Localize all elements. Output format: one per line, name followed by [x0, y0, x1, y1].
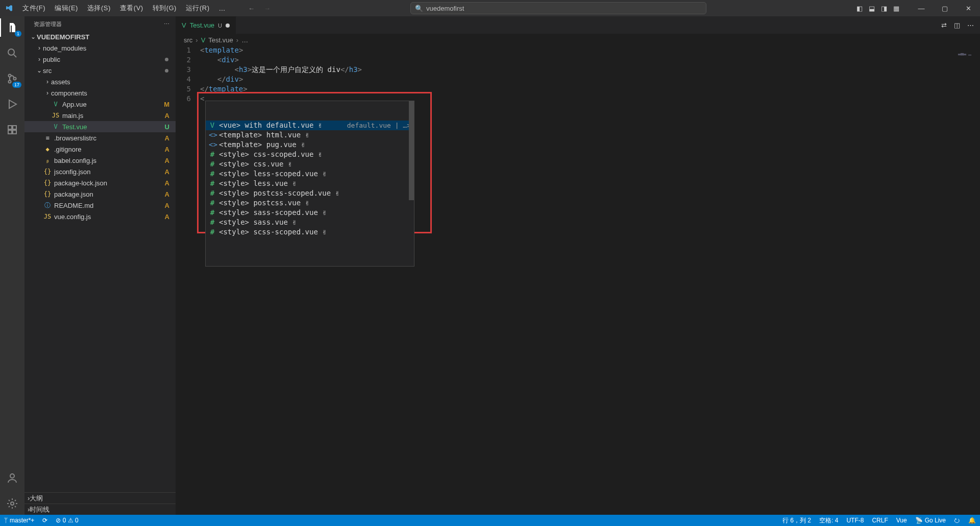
nav-back-icon[interactable]: ← — [248, 5, 255, 12]
tree-file[interactable]: ⓘREADME.mdA — [24, 200, 176, 211]
svg-point-2 — [9, 81, 11, 83]
activity-settings[interactable] — [5, 496, 19, 511]
tree-file[interactable]: ᵦbabel.config.jsA — [24, 155, 176, 166]
editor[interactable]: 1 2 3 4 5 6 <template> <div> <h3>这是一个用户自… — [176, 45, 980, 515]
layout-panel-bottom-icon[interactable]: ⬓ — [869, 5, 875, 12]
suggest-item[interactable]: #<style> sass.vue ✌ — [206, 218, 414, 227]
code-area[interactable]: <template> <div> <h3>这是一个用户自定义的 div</h3>… — [200, 45, 980, 515]
status-feedback[interactable]: ⭮ — [950, 515, 964, 526]
tree-folder[interactable]: ›assets — [24, 76, 176, 87]
dirty-dot-icon — [226, 23, 230, 28]
git-status-badge: A — [165, 179, 169, 187]
status-bell[interactable]: 🔔 — [964, 515, 980, 526]
vscode-icon — [5, 4, 13, 12]
nav-forward-icon[interactable]: → — [264, 5, 271, 12]
menu-edit[interactable]: 编辑(E) — [51, 2, 82, 15]
nav-arrows: ← → — [248, 5, 271, 12]
tree-item-label: package-lock.json — [54, 179, 176, 187]
git-status-badge: A — [165, 112, 169, 119]
status-eol[interactable]: CRLF — [868, 515, 892, 526]
suggest-label: <template> pug.vue ✌ — [219, 140, 411, 150]
tree-file[interactable]: {}jsconfig.jsonA — [24, 166, 176, 177]
activity-account[interactable] — [5, 471, 19, 485]
tree-root[interactable]: ⌄ VUEDEMOFIRST — [24, 31, 176, 42]
suggest-label: <style> postcss-scoped.vue ✌ — [219, 188, 411, 198]
tree-folder[interactable]: ›node_modules — [24, 42, 176, 54]
suggest-item[interactable]: <><template> html.vue ✌ — [206, 130, 414, 140]
status-branch[interactable]: ᛘ master*+ — [0, 515, 38, 526]
suggest-item[interactable]: #<style> postcss-scoped.vue ✌ — [206, 188, 414, 198]
tree-file[interactable]: VApp.vueM — [24, 99, 176, 110]
git-status-badge: A — [165, 213, 169, 221]
command-center[interactable]: 🔍 vuedemofirst — [410, 2, 706, 14]
activity-run-debug[interactable] — [5, 97, 19, 111]
compare-changes-icon[interactable]: ⇄ — [941, 21, 947, 29]
tree-item-label: public — [43, 56, 176, 63]
menu-goto[interactable]: 转到(G) — [149, 2, 181, 15]
vue-icon: V — [201, 36, 206, 44]
suggest-item[interactable]: #<style> scss-scoped.vue ✌ — [206, 227, 414, 237]
suggest-item[interactable]: <><template> pug.vue ✌ — [206, 140, 414, 150]
statusbar: ᛘ master*+ ⟳ ⊘ 0 ⚠ 0 行 6，列 2 空格: 4 UTF-8… — [0, 515, 980, 526]
activity-search[interactable] — [5, 46, 19, 60]
menu-file[interactable]: 文件(F) — [18, 2, 50, 15]
section-timeline[interactable]: › 时间线 — [24, 504, 176, 515]
chevron-down-icon: ⌄ — [36, 67, 43, 74]
breadcrumb[interactable]: src › V Test.vue › … — [176, 34, 980, 45]
tree-folder[interactable]: ›components — [24, 87, 176, 99]
chevron-right-icon: › — [236, 36, 238, 44]
tree-file[interactable]: {}package-lock.jsonA — [24, 177, 176, 188]
menu-view[interactable]: 查看(V) — [116, 2, 148, 15]
suggest-scrollbar[interactable] — [409, 101, 414, 200]
tree-folder[interactable]: ⌄src — [24, 65, 176, 76]
suggest-widget[interactable]: V<vue> with default.vue ✌default.vue | …… — [205, 101, 414, 267]
sidebar-more-icon[interactable]: ⋯ — [164, 21, 169, 28]
suggest-item[interactable]: #<style> css.vue ✌ — [206, 159, 414, 169]
status-sync[interactable]: ⟳ — [38, 515, 52, 526]
section-outline[interactable]: › 大纲 — [24, 492, 176, 504]
sidebar-title: 资源管理器 — [34, 20, 62, 28]
status-spaces[interactable]: 空格: 4 — [815, 515, 842, 526]
tree-file[interactable]: JSmain.jsA — [24, 110, 176, 121]
minimap[interactable]: ▂▃▂ ▁ — [958, 47, 971, 57]
tree-file[interactable]: ≡.browserslistrcA — [24, 132, 176, 144]
tree-file[interactable]: JSvue.config.jsA — [24, 211, 176, 222]
activity-explorer[interactable]: 1 — [5, 20, 19, 35]
layout-panel-left-icon[interactable]: ◧ — [856, 5, 863, 12]
tree-item-label: .gitignore — [54, 146, 176, 153]
menu-select[interactable]: 选择(S) — [83, 2, 115, 15]
suggest-detail: default.vue | …> — [347, 121, 411, 130]
window-maximize-icon[interactable]: ▢ — [933, 0, 957, 16]
status-problems[interactable]: ⊘ 0 ⚠ 0 — [52, 515, 82, 526]
menu-more[interactable]: … — [214, 3, 230, 14]
suggest-item[interactable]: #<style> css-scoped.vue ✌ — [206, 150, 414, 159]
window-close-icon[interactable]: ✕ — [957, 0, 980, 16]
activity-scm[interactable]: 17 — [5, 71, 19, 86]
tab-more-icon[interactable]: ⋯ — [967, 21, 974, 29]
suggest-item[interactable]: #<style> less-scoped.vue ✌ — [206, 169, 414, 179]
status-position[interactable]: 行 6，列 2 — [778, 515, 815, 526]
layout-customize-icon[interactable]: ▦ — [893, 5, 899, 12]
split-editor-icon[interactable]: ◫ — [954, 21, 960, 29]
suggest-label: <style> scss-scoped.vue ✌ — [219, 227, 411, 237]
tree-item-label: Test.vue — [62, 123, 176, 131]
vue-icon: V — [182, 21, 186, 29]
window-minimize-icon[interactable]: — — [910, 0, 933, 16]
layout-panel-right-icon[interactable]: ◨ — [881, 5, 887, 12]
suggest-item[interactable]: #<style> less.vue ✌ — [206, 179, 414, 188]
tab-test-vue[interactable]: V Test.vue U — [176, 16, 236, 34]
status-encoding[interactable]: UTF-8 — [842, 515, 868, 526]
broadcast-icon: 📡 — [915, 517, 923, 524]
activity-extensions[interactable] — [5, 123, 19, 137]
status-golive[interactable]: 📡 Go Live — [911, 515, 950, 526]
suggest-item[interactable]: V<vue> with default.vue ✌default.vue | …… — [206, 121, 414, 130]
status-lang[interactable]: Vue — [892, 515, 911, 526]
suggest-kind-icon: # — [209, 198, 216, 208]
menu-run[interactable]: 运行(R) — [182, 2, 214, 15]
tree-file[interactable]: VTest.vueU — [24, 121, 176, 132]
tree-folder[interactable]: ›public — [24, 54, 176, 65]
suggest-item[interactable]: #<style> sass-scoped.vue ✌ — [206, 208, 414, 218]
tree-file[interactable]: ◆.gitignoreA — [24, 144, 176, 155]
tree-file[interactable]: {}package.jsonA — [24, 188, 176, 200]
suggest-item[interactable]: #<style> postcss.vue ✌ — [206, 198, 414, 208]
